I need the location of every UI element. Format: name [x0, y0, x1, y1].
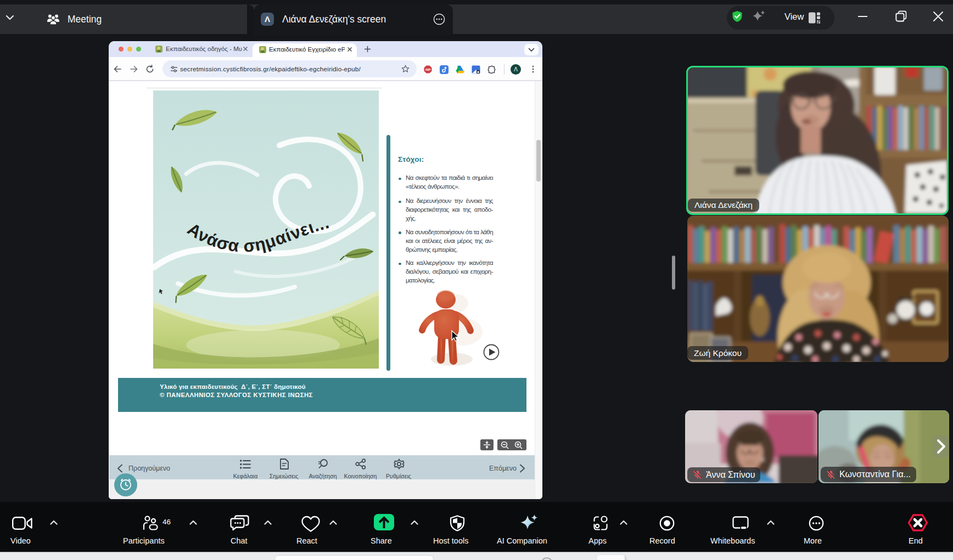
svg-text:ABP: ABP	[425, 69, 431, 71]
